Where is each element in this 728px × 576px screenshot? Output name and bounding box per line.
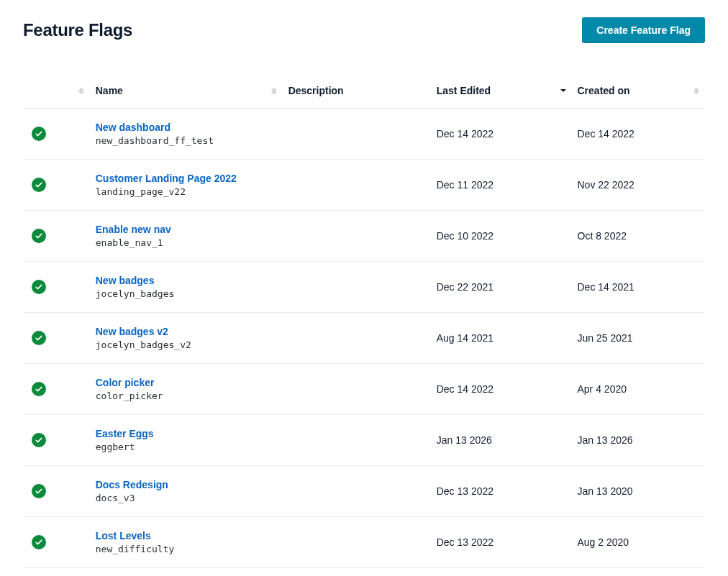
check-circle-icon [32, 382, 46, 396]
description-cell [283, 109, 431, 160]
flag-name-link[interactable]: New dashboard [96, 122, 277, 133]
created-on-cell: Nov 22 2022 [572, 160, 706, 211]
description-cell [283, 415, 431, 466]
check-circle-icon [32, 280, 46, 294]
name-cell: New badges v2jocelyn_badges_v2 [90, 313, 283, 364]
col-header-created-on[interactable]: Created on [572, 78, 706, 109]
created-on-cell: Jun 25 2021 [572, 313, 706, 364]
description-cell [283, 160, 431, 211]
table-row[interactable]: Customer Landing Page 2022landing_page_v… [23, 160, 705, 211]
description-cell [283, 211, 431, 262]
flag-key: enable_nav_1 [96, 237, 163, 248]
description-cell [283, 313, 431, 364]
flag-name-link[interactable]: Color picker [96, 377, 277, 388]
name-cell: Easter Eggseggbert [90, 415, 283, 466]
status-cell [23, 415, 90, 466]
col-header-status[interactable] [23, 78, 90, 109]
check-circle-icon [32, 229, 46, 243]
check-circle-icon [32, 178, 46, 192]
last-edited-cell: Dec 14 2022 [431, 364, 572, 415]
created-on-cell: May 12 2020 [572, 568, 706, 577]
table-row[interactable]: New dashboardnew_dashboard_ff_testDec 14… [23, 109, 705, 160]
col-header-last-edited[interactable]: Last Edited [431, 78, 572, 109]
description-cell [283, 364, 431, 415]
last-edited-cell: Dec 13 2022 [431, 517, 572, 568]
status-cell [23, 109, 90, 160]
col-label-name: Name [96, 85, 123, 96]
col-header-description[interactable]: Description [283, 78, 431, 109]
name-cell: New badgesjocelyn_badges [90, 262, 283, 313]
check-circle-icon [32, 331, 46, 345]
last-edited-cell: Dec 11 2022 [431, 160, 572, 211]
col-label-description: Description [288, 85, 344, 96]
created-on-cell: Jan 13 2026 [572, 415, 706, 466]
name-cell: Docs Redesigndocs_v3 [90, 466, 283, 517]
flag-name-link[interactable]: Customer Landing Page 2022 [96, 173, 277, 184]
flag-key: color_picker [96, 390, 163, 401]
flag-name-link[interactable]: Enable new nav [96, 224, 277, 235]
flag-name-link[interactable]: Docs Redesign [96, 479, 277, 490]
last-edited-cell: Dec 10 2022 [431, 211, 572, 262]
flag-name-link[interactable]: New badges v2 [96, 326, 277, 337]
description-cell [283, 466, 431, 517]
sort-desc-icon [560, 89, 566, 92]
status-cell [23, 568, 90, 577]
created-on-cell: Aug 2 2020 [572, 517, 706, 568]
created-on-cell: Jan 13 2020 [572, 466, 706, 517]
create-feature-flag-button[interactable]: Create Feature Flag [582, 17, 705, 43]
status-cell [23, 313, 90, 364]
table-row[interactable]: New badges v2jocelyn_badges_v2Aug 14 202… [23, 313, 705, 364]
flag-key: eggbert [96, 442, 135, 452]
created-on-cell: Dec 14 2022 [572, 109, 706, 160]
sort-icon [271, 88, 277, 94]
created-on-cell: Apr 4 2020 [572, 364, 706, 415]
check-circle-icon [32, 535, 46, 549]
flag-key: new_dashboard_ff_test [96, 135, 214, 146]
created-on-cell: Dec 14 2021 [572, 262, 706, 313]
table-row[interactable]: New badgesjocelyn_badgesDec 22 2021Dec 1… [23, 262, 705, 313]
col-label-last-edited: Last Edited [437, 85, 491, 96]
status-cell [23, 262, 90, 313]
table-row[interactable]: Color pickercolor_pickerDec 14 2022Apr 4… [23, 364, 705, 415]
last-edited-cell: Dec 14 2022 [431, 109, 572, 160]
col-header-name[interactable]: Name [90, 78, 283, 109]
flag-key: jocelyn_badges [96, 288, 175, 299]
last-edited-cell: Jan 13 2026 [431, 415, 572, 466]
check-circle-icon [32, 484, 46, 498]
flag-key: new_difficulty [96, 544, 175, 554]
sort-icon [693, 88, 699, 94]
last-edited-cell: May 7 2021 [431, 568, 572, 577]
col-label-created-on: Created on [578, 85, 630, 96]
page-title: Feature Flags [23, 20, 132, 40]
description-cell [283, 262, 431, 313]
status-cell [23, 364, 90, 415]
name-cell: Enable new navenable_nav_1 [90, 211, 283, 262]
flag-key: jocelyn_badges_v2 [96, 339, 191, 350]
status-cell [23, 160, 90, 211]
status-cell [23, 466, 90, 517]
name-cell: Color pickercolor_picker [90, 364, 283, 415]
last-edited-cell: Dec 13 2022 [431, 466, 572, 517]
feature-flags-table: Name Description Last Edited [23, 78, 705, 576]
table-row[interactable]: Docs Redesigndocs_v3Dec 13 2022Jan 13 20… [23, 466, 705, 517]
table-row[interactable]: Easter EggseggbertJan 13 2026Jan 13 2026 [23, 415, 705, 466]
check-circle-icon [32, 433, 46, 447]
sort-icon [78, 88, 84, 94]
name-cell: Global Bannershow_global_banner [90, 568, 283, 577]
table-row[interactable]: Global Bannershow_global_bannerMay 7 202… [23, 568, 705, 577]
table-row[interactable]: Lost Levelsnew_difficultyDec 13 2022Aug … [23, 517, 705, 568]
flag-name-link[interactable]: New badges [96, 275, 277, 286]
description-cell [283, 568, 431, 577]
description-cell [283, 517, 431, 568]
flag-key: landing_page_v22 [96, 186, 186, 197]
flag-name-link[interactable]: Lost Levels [96, 530, 277, 541]
last-edited-cell: Dec 22 2021 [431, 262, 572, 313]
name-cell: New dashboardnew_dashboard_ff_test [90, 109, 283, 160]
check-circle-icon [32, 127, 46, 141]
created-on-cell: Oct 8 2022 [572, 211, 706, 262]
name-cell: Customer Landing Page 2022landing_page_v… [90, 160, 283, 211]
name-cell: Lost Levelsnew_difficulty [90, 517, 283, 568]
last-edited-cell: Aug 14 2021 [431, 313, 572, 364]
table-row[interactable]: Enable new navenable_nav_1Dec 10 2022Oct… [23, 211, 705, 262]
flag-name-link[interactable]: Easter Eggs [96, 428, 277, 439]
